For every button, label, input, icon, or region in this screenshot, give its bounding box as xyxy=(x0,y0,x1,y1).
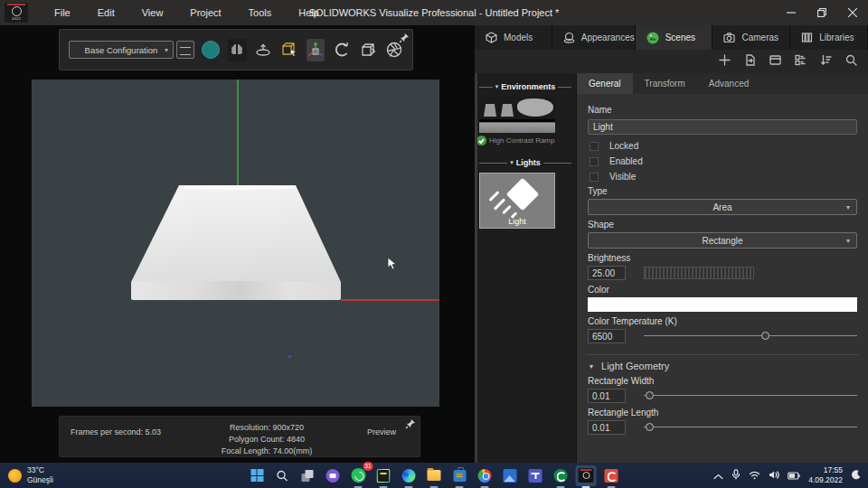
app-logo-icon: 2022 xyxy=(5,3,28,23)
environment-name[interactable]: High Contrast Ramp xyxy=(489,136,554,145)
light-geometry-header[interactable]: ▾ Light Geometry xyxy=(590,361,857,371)
add-icon[interactable] xyxy=(719,53,731,70)
battery-icon[interactable] xyxy=(788,467,800,483)
resolution-readout: Resolution: 900x720 xyxy=(188,422,345,434)
rectangle-width-input[interactable] xyxy=(588,389,626,403)
wifi-icon[interactable] xyxy=(749,467,760,483)
scale-tool-icon[interactable] xyxy=(358,39,377,61)
menu-file[interactable]: File xyxy=(41,0,84,25)
file-explorer-icon[interactable] xyxy=(424,465,445,486)
search-icon[interactable] xyxy=(845,53,857,70)
brightness-scrubber[interactable] xyxy=(644,267,754,279)
configuration-dropdown[interactable]: Base Configuration xyxy=(69,41,174,59)
solidworks-visualize-icon[interactable] xyxy=(576,465,597,486)
restore-button[interactable] xyxy=(807,0,837,25)
locked-checkbox[interactable] xyxy=(590,142,599,151)
photos-icon[interactable] xyxy=(500,465,521,486)
configuration-menu-icon[interactable] xyxy=(176,41,194,59)
microphone-icon[interactable] xyxy=(731,467,741,483)
taskbar-search-icon[interactable] xyxy=(272,465,293,486)
sort-icon[interactable] xyxy=(820,53,832,70)
fps-readout: Frames per second: 5.03 xyxy=(71,422,188,453)
whatsapp-icon[interactable]: 31 xyxy=(348,465,369,486)
rectangle-length-slider[interactable] xyxy=(644,422,857,433)
microsoft-store-icon[interactable] xyxy=(449,465,470,486)
color-temperature-input[interactable] xyxy=(588,329,626,343)
render-mode-icon[interactable] xyxy=(202,39,221,61)
weather-temperature: 33°C xyxy=(27,465,53,475)
slider-handle[interactable] xyxy=(761,332,769,340)
move-tool-icon[interactable] xyxy=(307,39,326,61)
light-thumbnail[interactable]: Light xyxy=(479,173,555,229)
rectangle-length-label: Rectangle Length xyxy=(588,408,857,418)
rectangle-length-input[interactable] xyxy=(588,420,626,435)
tab-scenes[interactable]: Scenes xyxy=(636,25,713,50)
slider-handle[interactable] xyxy=(646,423,654,431)
light-geometry-object[interactable] xyxy=(131,185,341,300)
tab-advanced[interactable]: Advanced xyxy=(697,73,760,94)
menu-edit[interactable]: Edit xyxy=(84,0,128,25)
color-temperature-slider[interactable] xyxy=(644,331,857,342)
taskbar-apps: 31 xyxy=(247,463,622,488)
taskbar-clock[interactable]: 17:55 4.09.2022 xyxy=(808,465,843,485)
ai-denoiser-icon[interactable] xyxy=(228,39,247,61)
close-button[interactable] xyxy=(837,0,868,25)
color-swatch[interactable] xyxy=(588,297,857,312)
type-dropdown[interactable]: Area xyxy=(588,199,857,215)
brightness-input[interactable] xyxy=(588,266,626,280)
chrome-icon[interactable] xyxy=(475,465,495,486)
minimize-button[interactable] xyxy=(776,0,807,25)
axis-y-green xyxy=(237,80,239,186)
environment-active-check-icon xyxy=(476,136,486,145)
light-name: Light xyxy=(480,217,554,226)
view-mode-icon[interactable] xyxy=(795,53,807,70)
rotate-tool-icon[interactable] xyxy=(332,39,351,61)
name-input[interactable] xyxy=(588,119,857,135)
viewport-toolbar: Base Configuration xyxy=(59,29,413,70)
menu-bar: File Edit View Project Tools Help xyxy=(41,0,333,25)
viewport-3d[interactable] xyxy=(32,80,439,407)
lights-header[interactable]: ▾ Lights xyxy=(475,158,576,167)
menu-project[interactable]: Project xyxy=(176,0,234,25)
focus-assist-moon-icon[interactable] xyxy=(851,467,861,483)
select-object-icon[interactable] xyxy=(280,39,299,61)
rectangle-width-slider[interactable] xyxy=(644,390,857,401)
layout-icon[interactable] xyxy=(769,53,781,70)
turntable-icon[interactable] xyxy=(254,39,273,61)
camtasia-recorder-icon[interactable] xyxy=(601,465,622,486)
task-view-icon[interactable] xyxy=(297,465,318,486)
environment-thumbnail[interactable] xyxy=(479,97,555,133)
tab-transform[interactable]: Transform xyxy=(633,73,697,94)
collapse-arrow-icon: ▾ xyxy=(590,362,593,371)
tab-cameras[interactable]: Cameras xyxy=(712,25,790,50)
shape-dropdown[interactable]: Rectangle xyxy=(588,232,857,249)
import-icon[interactable] xyxy=(744,53,756,70)
menu-view[interactable]: View xyxy=(128,0,177,25)
status-pin-icon[interactable] xyxy=(405,418,416,431)
palette-actions xyxy=(475,50,868,73)
edge-icon[interactable] xyxy=(399,465,420,486)
tray-expand-icon[interactable] xyxy=(713,467,723,483)
start-button[interactable] xyxy=(247,465,268,486)
assets-scrollbar[interactable] xyxy=(475,73,477,463)
chat-icon[interactable] xyxy=(323,465,344,486)
tab-models[interactable]: Models xyxy=(475,25,552,50)
tab-appearances[interactable]: Appearances xyxy=(552,25,636,50)
pycharm-icon[interactable] xyxy=(373,465,394,486)
clock-date: 4.09.2022 xyxy=(808,475,843,485)
camtasia-icon[interactable] xyxy=(551,465,571,486)
name-label: Name xyxy=(588,105,857,115)
taskbar-weather-widget[interactable]: 33°C Güneşli xyxy=(8,465,53,484)
visible-checkbox[interactable] xyxy=(590,173,599,182)
toolbar-pin-icon[interactable] xyxy=(399,31,410,47)
environments-header[interactable]: ▾ Environments xyxy=(475,82,576,91)
volume-icon[interactable] xyxy=(769,467,779,483)
tab-general[interactable]: General xyxy=(577,73,633,94)
tab-libraries[interactable]: Libraries xyxy=(790,25,868,50)
whatsapp-badge: 31 xyxy=(363,462,373,471)
teams-icon[interactable] xyxy=(525,465,546,486)
menu-tools[interactable]: Tools xyxy=(235,0,286,25)
slider-handle[interactable] xyxy=(646,391,654,399)
enabled-checkbox[interactable] xyxy=(590,157,599,166)
color-label: Color xyxy=(588,285,857,295)
